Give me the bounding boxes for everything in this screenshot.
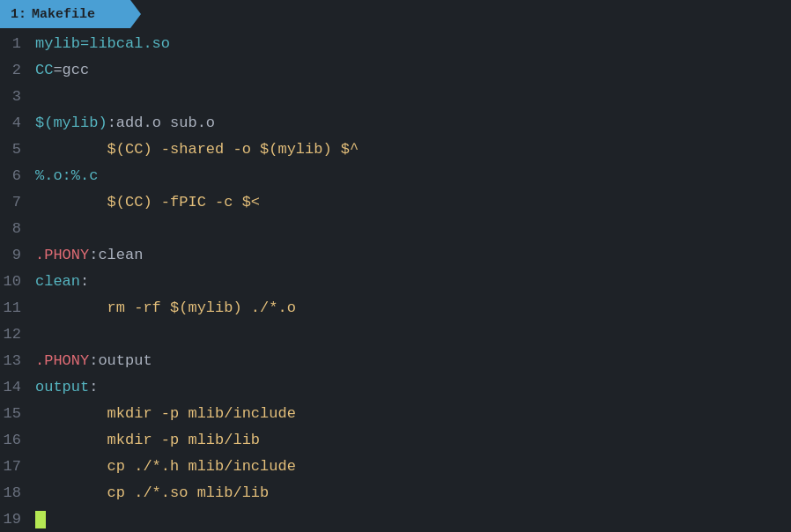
tab-bar: 1: Makefile — [0, 0, 791, 28]
line-content-19 — [35, 507, 46, 532]
line-17: 17 cp ./*.h mlib/include — [0, 454, 791, 481]
line-content-12 — [35, 322, 44, 347]
line-num-1: 1 — [0, 32, 35, 56]
line-num-2: 2 — [0, 58, 35, 83]
line-num-12: 12 — [0, 322, 35, 347]
line-11: 11 rm -rf $(mylib) ./*.o — [0, 296, 791, 322]
line-num-10: 10 — [0, 270, 35, 294]
line-num-9: 9 — [0, 243, 35, 268]
line-1: 1 mylib=libcal.so — [0, 32, 791, 58]
line-content-18: cp ./*.so mlib/lib — [35, 481, 269, 506]
line-content-1: mylib=libcal.so — [35, 32, 170, 56]
line-num-7: 7 — [0, 190, 35, 215]
line-content-8 — [35, 217, 44, 241]
line-content-10: clean: — [35, 270, 89, 294]
line-18: 18 cp ./*.so mlib/lib — [0, 481, 791, 507]
line-num-3: 3 — [0, 85, 35, 109]
line-content-4: $(mylib):add.o sub.o — [35, 111, 215, 136]
line-num-16: 16 — [0, 428, 35, 453]
line-content-11: rm -rf $(mylib) ./*.o — [35, 296, 296, 321]
editor-container: 1: Makefile 1 mylib=libcal.so 2 CC=gcc 3… — [0, 0, 791, 532]
line-3: 3 — [0, 85, 791, 111]
line-2: 2 CC=gcc — [0, 58, 791, 85]
line-content-13: .PHONY:output — [35, 349, 152, 373]
line-num-5: 5 — [0, 137, 35, 162]
line-num-4: 4 — [0, 111, 35, 136]
line-num-8: 8 — [0, 217, 35, 241]
line-5: 5 $(CC) -shared -o $(mylib) $^ — [0, 137, 791, 164]
line-15: 15 mkdir -p mlib/include — [0, 402, 791, 428]
line-12: 12 — [0, 322, 791, 349]
line-content-9: .PHONY:clean — [35, 243, 143, 268]
line-content-6: %.o:%.c — [35, 164, 98, 188]
line-19: 19 — [0, 507, 791, 532]
line-num-15: 15 — [0, 402, 35, 426]
line-num-13: 13 — [0, 349, 35, 373]
line-num-19: 19 — [0, 507, 35, 532]
code-area: 1 mylib=libcal.so 2 CC=gcc 3 4 $(mylib):… — [0, 28, 791, 532]
line-content-16: mkdir -p mlib/lib — [35, 428, 260, 453]
line-content-14: output: — [35, 375, 98, 400]
line-num-17: 17 — [0, 454, 35, 479]
line-num-14: 14 — [0, 375, 35, 400]
line-10: 10 clean: — [0, 270, 791, 296]
line-content-2: CC=gcc — [35, 58, 89, 83]
line-16: 16 mkdir -p mlib/lib — [0, 428, 791, 454]
line-content-5: $(CC) -shared -o $(mylib) $^ — [35, 137, 359, 162]
cursor — [35, 511, 46, 528]
line-9: 9 .PHONY:clean — [0, 243, 791, 270]
tab-number: 1: — [11, 7, 26, 22]
line-content-7: $(CC) -fPIC -c $< — [35, 190, 260, 215]
line-13: 13 .PHONY:output — [0, 349, 791, 375]
line-num-6: 6 — [0, 164, 35, 188]
line-num-18: 18 — [0, 481, 35, 506]
line-7: 7 $(CC) -fPIC -c $< — [0, 190, 791, 217]
line-4: 4 $(mylib):add.o sub.o — [0, 111, 791, 137]
line-6: 6 %.o:%.c — [0, 164, 791, 190]
tab-filename: Makefile — [32, 7, 95, 22]
line-content-17: cp ./*.h mlib/include — [35, 454, 296, 479]
line-8: 8 — [0, 217, 791, 243]
line-num-11: 11 — [0, 296, 35, 321]
line-14: 14 output: — [0, 375, 791, 402]
line-content-3 — [35, 85, 44, 109]
tab-makefile[interactable]: 1: Makefile — [0, 0, 141, 28]
line-content-15: mkdir -p mlib/include — [35, 402, 296, 426]
